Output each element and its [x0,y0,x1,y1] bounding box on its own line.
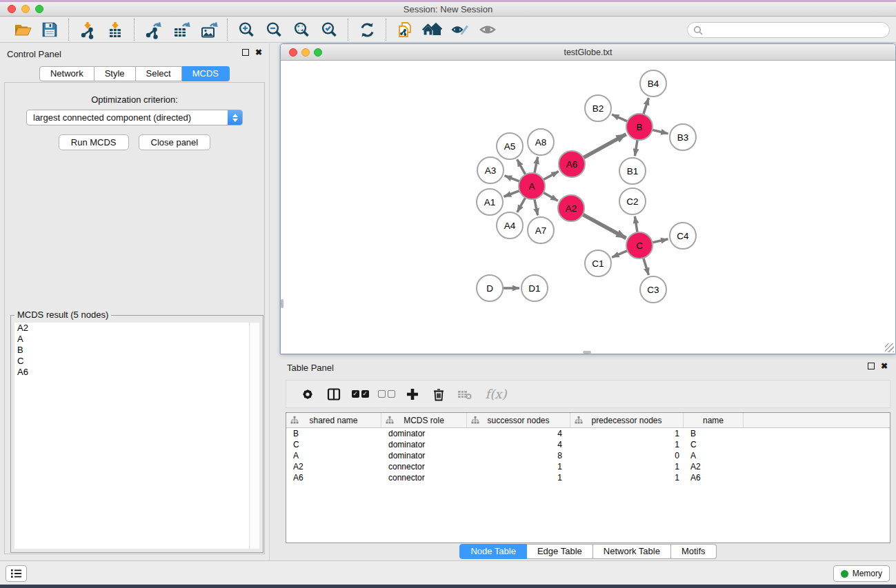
result-item[interactable]: B [14,345,249,356]
graph-node-B3[interactable]: B3 [670,124,696,150]
result-scrollbar[interactable] [249,323,259,549]
column-header-name[interactable]: name [684,413,744,427]
graph-node-A3[interactable]: A3 [477,157,504,183]
tab-select[interactable]: Select [136,66,182,81]
graph-edge-A-A2[interactable] [544,192,558,201]
graph-node-D[interactable]: D [477,275,503,301]
export-network-button[interactable] [139,19,167,41]
table-settings-button[interactable] [295,384,321,405]
zoom-fit-button[interactable] [288,19,315,41]
close-panel-icon[interactable]: ✖ [255,49,262,56]
column-header-successor-nodes[interactable]: successor nodes [467,413,570,427]
tab-motifs[interactable]: Motifs [671,544,717,559]
run-mcds-button[interactable]: Run MCDS [59,134,129,150]
table-row[interactable]: A6connector11A6 [286,472,890,483]
save-session-button[interactable] [36,19,63,41]
table-row[interactable]: A2connector11A2 [286,461,890,472]
graph-edge-A-A5[interactable] [517,159,526,174]
canvas-vscroll-thumb[interactable] [281,299,283,308]
graph-edge-A-A8[interactable] [535,157,538,174]
graph-edge-A2-C[interactable] [583,214,626,238]
graph-node-D1[interactable]: D1 [521,275,548,301]
column-header-shared-name[interactable]: shared name [286,413,381,427]
status-menu-button[interactable] [6,565,27,582]
open-session-button[interactable] [8,19,36,41]
deselect-all-button[interactable] [373,384,399,405]
graph-edge-A-A6[interactable] [544,172,559,180]
tab-edge-table[interactable]: Edge Table [527,544,593,559]
graph-edge-B-B4[interactable] [644,98,649,114]
close-panel-button[interactable]: Close panel [139,134,211,150]
tab-network-table[interactable]: Network Table [593,544,671,559]
graph-edge-B-B3[interactable] [652,130,668,134]
graph-node-A[interactable]: A [519,173,545,199]
graph-edge-B-B2[interactable] [612,114,628,121]
canvas-hscroll-thumb[interactable] [583,351,591,354]
float-panel-icon[interactable] [242,49,249,56]
graph-node-A4[interactable]: A4 [497,212,523,239]
tab-style[interactable]: Style [94,66,136,81]
duplicate-network-button[interactable] [391,19,419,41]
graph-node-C3[interactable]: C3 [640,276,666,303]
graph-node-C2[interactable]: C2 [619,188,646,214]
graph-node-C[interactable]: C [626,232,653,258]
zoom-out-button[interactable] [260,19,288,41]
graph-edge-C-C1[interactable] [612,251,627,258]
graph-node-C4[interactable]: C4 [670,223,696,249]
refresh-layout-button[interactable] [353,19,381,41]
graph-node-A5[interactable]: A5 [497,133,523,159]
graph-node-C1[interactable]: C1 [585,250,611,276]
table-row[interactable]: Bdominator41B [286,428,890,439]
tab-network[interactable]: Network [39,66,94,81]
graph-node-A2[interactable]: A2 [558,195,584,221]
tab-mcds[interactable]: MCDS [182,66,230,81]
column-header-predecessor-nodes[interactable]: predecessor nodes [570,413,684,427]
close-table-panel-icon[interactable]: ✖ [881,363,888,369]
graph-edge-A6-B[interactable] [584,134,626,158]
column-header-MCDS-role[interactable]: MCDS role [381,413,467,427]
table-row[interactable]: Cdominator41C [286,439,890,450]
graph-edge-A-A4[interactable] [517,198,526,212]
home-view-button[interactable] [419,19,446,41]
column-layout-button[interactable] [321,384,347,405]
graph-edge-A-A1[interactable] [504,191,520,197]
graph-edge-A-A7[interactable] [535,199,538,216]
graph-node-B4[interactable]: B4 [640,70,666,97]
graph-node-B[interactable]: B [626,114,653,140]
show-graphics-button[interactable] [474,19,501,41]
import-table-button[interactable] [101,19,129,41]
criterion-select[interactable]: largest connected component (directed) [26,110,243,125]
export-image-button[interactable] [195,19,222,41]
float-table-panel-icon[interactable] [868,363,875,369]
result-item[interactable]: C [14,356,249,367]
export-table-button[interactable] [167,19,195,41]
result-item[interactable]: A [14,334,249,345]
search-input[interactable] [703,23,889,37]
add-column-button[interactable] [399,384,426,405]
graph-node-A1[interactable]: A1 [477,189,503,215]
memory-button[interactable]: Memory [833,565,890,582]
graph-edge-B-B1[interactable] [635,140,637,156]
network-canvas[interactable]: B4B2BB3A5A8A6A3B1AA1C2A2A4A7C4CC1C3DD1 [281,61,895,354]
graph-node-B2[interactable]: B2 [585,95,611,121]
import-network-button[interactable] [74,19,101,41]
graph-edge-C-C3[interactable] [644,258,649,275]
network-window-titlebar[interactable]: testGlobe.txt [281,44,895,61]
graph-edge-C-C4[interactable] [653,239,668,243]
graph-node-A8[interactable]: A8 [528,129,554,155]
result-item[interactable]: A6 [14,367,249,378]
window-resize-grip[interactable] [885,343,894,352]
graph-node-A6[interactable]: A6 [559,151,585,177]
delete-column-button[interactable] [426,384,452,405]
graph-node-A7[interactable]: A7 [528,217,554,243]
graph-edge-C-C2[interactable] [635,216,637,232]
select-all-button[interactable]: ✓✓ [347,384,373,405]
graph-node-B1[interactable]: B1 [619,158,646,184]
hide-graphics-details-button[interactable] [446,19,474,41]
tab-node-table[interactable]: Node Table [459,544,527,559]
zoom-in-button[interactable] [232,19,260,41]
result-item[interactable]: A2 [14,323,249,334]
zoom-selected-button[interactable] [315,19,343,41]
graph-edge-A-A3[interactable] [505,176,520,181]
table-row[interactable]: Adominator80A [286,450,890,461]
